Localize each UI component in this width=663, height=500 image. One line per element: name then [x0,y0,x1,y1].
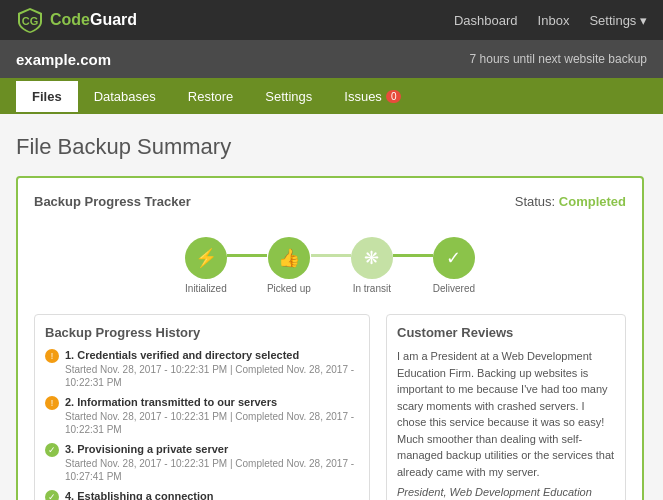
history-title: Backup Progress History [45,325,359,340]
step-delivered: ✓ Delivered [433,237,475,294]
step-initialized: ⚡ Initialized [185,237,227,294]
step-picked-up: 👍 Picked up [267,237,311,294]
issues-badge: 0 [386,90,402,103]
reviews-section: Customer Reviews I am a President at a W… [386,314,626,500]
step-picked-up-circle: 👍 [268,237,310,279]
subnav-issues[interactable]: Issues 0 [328,81,417,112]
line-1 [227,254,267,257]
history-item-3: ✓ 3. Provisioning a private server Start… [45,442,359,483]
step-picked-up-label: Picked up [267,283,311,294]
logo-highlight: Code [50,11,90,28]
tracker-status-value: Completed [559,194,626,209]
top-nav: CG CodeCodeGuardGuard Dashboard Inbox Se… [0,0,663,40]
left-col: Backup Progress History ! 1. Credentials… [34,314,370,500]
page-title: File Backup Summary [16,134,644,160]
review-author: President, Web Development Education Fir… [397,486,615,500]
history-item-name-4: 4. Establishing a connection [65,489,214,500]
tracker-title: Backup Progress Tracker [34,194,191,209]
backup-timer: 7 hours until next website backup [470,52,647,66]
nav-dashboard[interactable]: Dashboard [454,13,518,28]
subnav-restore[interactable]: Restore [172,81,250,112]
logo-text: CodeCodeGuardGuard [50,11,137,29]
right-col: Customer Reviews I am a President at a W… [386,314,626,500]
history-item-time-3: Started Nov. 28, 2017 - 10:22:31 PM | Co… [65,457,359,483]
history-icon-4: ✓ [45,490,59,500]
two-col-layout: Backup Progress History ! 1. Credentials… [34,314,626,500]
step-initialized-label: Initialized [185,283,227,294]
history-item-name-3: 3. Provisioning a private server [65,442,228,456]
nav-settings[interactable]: Settings ▾ [589,13,647,28]
progress-tracker-section: Backup Progress Tracker Status: Complete… [34,194,626,294]
history-item-1: ! 1. Credentials verified and directory … [45,348,359,389]
tracker-status-label: Status: [515,194,555,209]
site-name: example.com [16,51,111,68]
codeguard-logo-icon: CG [16,6,44,34]
review-text: I am a President at a Web Development Ed… [397,348,615,480]
subnav-databases[interactable]: Databases [78,81,172,112]
step-initialized-circle: ⚡ [185,237,227,279]
history-icon-1: ! [45,349,59,363]
history-item-name-2: 2. Information transmitted to our server… [65,395,277,409]
top-nav-links: Dashboard Inbox Settings ▾ [454,13,647,28]
history-icon-3: ✓ [45,443,59,457]
history-item-time-1: Started Nov. 28, 2017 - 10:22:31 PM | Co… [65,363,359,389]
step-in-transit-label: In transit [353,283,391,294]
subnav-files[interactable]: Files [16,81,78,112]
site-bar: example.com 7 hours until next website b… [0,40,663,78]
history-item-name-1: 1. Credentials verified and directory se… [65,348,299,362]
history-item-time-2: Started Nov. 28, 2017 - 10:22:31 PM | Co… [65,410,359,436]
line-2 [311,254,351,257]
sub-nav: Files Databases Restore Settings Issues … [0,78,663,114]
step-in-transit-circle: ❋ [351,237,393,279]
step-delivered-circle: ✓ [433,237,475,279]
tracker-status: Status: Completed [515,194,626,209]
step-in-transit: ❋ In transit [351,237,393,294]
reviews-title: Customer Reviews [397,325,615,340]
logo-area: CG CodeCodeGuardGuard [16,6,137,34]
history-item-2: ! 2. Information transmitted to our serv… [45,395,359,436]
subnav-settings[interactable]: Settings [249,81,328,112]
nav-inbox[interactable]: Inbox [538,13,570,28]
history-item-4: ✓ 4. Establishing a connection Started N… [45,489,359,500]
svg-text:CG: CG [22,15,39,27]
history-icon-2: ! [45,396,59,410]
step-delivered-label: Delivered [433,283,475,294]
line-3 [393,254,433,257]
page-content: File Backup Summary Backup Progress Trac… [0,114,660,500]
tracker-steps: ⚡ Initialized 👍 Picked up ❋ In transit [34,237,626,294]
main-card: Backup Progress Tracker Status: Complete… [16,176,644,500]
history-section: Backup Progress History ! 1. Credentials… [34,314,370,500]
